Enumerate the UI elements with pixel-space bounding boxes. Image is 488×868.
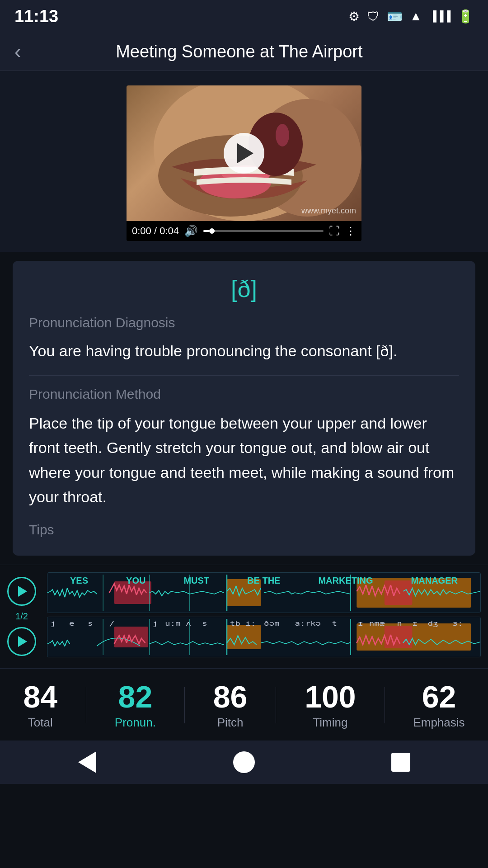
diagnosis-label: Pronunciation Diagnosis	[29, 315, 459, 330]
svg-text:uːm ʌ: uːm ʌ	[165, 619, 191, 627]
svg-text:ɪ: ɪ	[358, 619, 363, 627]
score-total: 84 Total	[23, 681, 57, 730]
waveform-play-icon-1	[18, 586, 27, 597]
svg-text:ðəm: ðəm	[264, 619, 280, 627]
video-player: www.myet.com 0:00 / 0:04 🔊 ⛶ ⋮	[127, 85, 361, 241]
svg-rect-18	[227, 625, 261, 649]
waveform-display: YES YOU MUST BE THE MARKETING MANAGER	[47, 572, 481, 661]
svg-point-6	[276, 124, 289, 146]
score-emphasis[interactable]: 62 Emphasis	[413, 681, 465, 730]
svg-text:n: n	[397, 619, 402, 627]
page-title: Meeting Someone at The Airport	[32, 42, 446, 61]
score-divider-3	[276, 687, 276, 723]
more-options-icon[interactable]: ⋮	[345, 225, 356, 237]
score-timing-label: Timing	[313, 716, 347, 730]
waveform-play-icon-2	[18, 636, 27, 647]
video-progress-bar[interactable]	[203, 230, 324, 232]
divider	[29, 375, 459, 376]
video-progress-fill	[203, 230, 209, 232]
diagnosis-text: You are having trouble pronouncing the c…	[29, 340, 459, 363]
waveform-section: 1/2 YES YOU MUST BE THE MARKETING MANAGE…	[0, 565, 488, 668]
phonetic-symbol: [ð]	[29, 275, 459, 302]
shield-icon: 🛡	[367, 9, 380, 24]
score-pitch[interactable]: 86 Pitch	[213, 681, 248, 730]
word-label-manager: MANAGER	[411, 576, 458, 586]
svg-text:j: j	[51, 619, 56, 627]
nav-recents-button[interactable]	[387, 749, 414, 776]
home-circle-icon	[233, 751, 255, 773]
word-label-you: YOU	[126, 576, 145, 586]
score-divider-1	[86, 687, 86, 723]
method-text: Place the tip of your tongue between you…	[29, 411, 459, 509]
bottom-navigation	[0, 741, 488, 784]
svg-text:dʒ: dʒ	[428, 619, 438, 627]
status-icons: ⚙ 🛡 🪪 ▲ ▐▐▐ 🔋	[348, 9, 474, 24]
score-emphasis-label: Emphasis	[413, 716, 465, 730]
video-thumbnail: www.myet.com	[127, 85, 361, 221]
video-time: 0:00 / 0:04	[132, 225, 179, 237]
tips-label: Tips	[29, 522, 459, 538]
score-divider-4	[385, 687, 385, 723]
score-pronun-value: 82	[118, 681, 153, 712]
waveform-play-button-2[interactable]	[7, 627, 36, 656]
top-navigation: ‹ Meeting Someone at The Airport	[0, 33, 488, 71]
score-bar: 84 Total 82 Pronun. 86 Pitch 100 Timing …	[0, 668, 488, 741]
word-label-yes: YES	[70, 576, 88, 586]
score-pronun-label: Pronun.	[115, 716, 156, 730]
volume-icon[interactable]: 🔊	[184, 225, 198, 237]
svg-text:t: t	[332, 619, 338, 627]
back-arrow-icon	[78, 751, 96, 773]
status-time: 11:13	[14, 7, 58, 26]
score-pitch-value: 86	[213, 681, 248, 712]
svg-text:j: j	[153, 619, 158, 627]
waveform-bottom-svg: j e s / j uːm ʌ s tb iː ðəm aːrkə t ɪ nm…	[47, 617, 480, 657]
watermark: www.myet.com	[301, 206, 356, 216]
score-total-value: 84	[23, 681, 57, 712]
nav-back-button[interactable]	[74, 749, 101, 776]
video-section: www.myet.com 0:00 / 0:04 🔊 ⛶ ⋮	[0, 71, 488, 252]
pronunciation-card: [ð] Pronunciation Diagnosis You are havi…	[13, 261, 475, 556]
word-labels: YES YOU MUST BE THE MARKETING MANAGER	[47, 576, 480, 586]
wifi-icon: ▲	[410, 9, 422, 24]
waveform-top: YES YOU MUST BE THE MARKETING MANAGER	[47, 572, 481, 613]
waveform-play-button-1[interactable]	[7, 577, 36, 606]
word-label-must: MUST	[183, 576, 209, 586]
fullscreen-icon[interactable]: ⛶	[329, 225, 340, 237]
svg-text:s: s	[202, 619, 207, 627]
status-bar: 11:13 ⚙ 🛡 🪪 ▲ ▐▐▐ 🔋	[0, 0, 488, 33]
settings-icon: ⚙	[348, 9, 360, 24]
waveform-bottom: j e s / j uːm ʌ s tb iː ðəm aːrkə t ɪ nm…	[47, 617, 481, 657]
word-label-be-the: BE THE	[247, 576, 280, 586]
recents-square-icon	[391, 753, 410, 772]
svg-text:/: /	[109, 619, 115, 627]
signal-icon: ▐▐▐	[429, 10, 450, 22]
video-controls: 0:00 / 0:04 🔊 ⛶ ⋮	[127, 221, 361, 241]
word-label-marketing: MARKETING	[318, 576, 373, 586]
battery-icon: 🔋	[458, 9, 474, 24]
score-total-label: Total	[28, 716, 53, 730]
method-label: Pronunciation Method	[29, 387, 459, 402]
score-divider-2	[184, 687, 185, 723]
badge-icon: 🪪	[387, 9, 403, 24]
speed-label: 1/2	[7, 611, 36, 622]
video-progress-dot	[209, 228, 215, 234]
svg-rect-19	[357, 623, 471, 651]
svg-text:ɜː: ɜː	[452, 619, 463, 627]
play-button[interactable]	[224, 133, 264, 174]
score-emphasis-value: 62	[422, 681, 456, 712]
score-pronun[interactable]: 82 Pronun.	[115, 681, 156, 730]
svg-text:aːrkə: aːrkə	[295, 619, 321, 627]
waveform-controls: 1/2	[0, 577, 43, 656]
back-button[interactable]: ‹	[14, 42, 21, 61]
svg-text:tb iː: tb iː	[230, 619, 256, 627]
nav-home-button[interactable]	[230, 749, 258, 776]
svg-text:e: e	[69, 619, 75, 627]
score-pitch-label: Pitch	[217, 716, 244, 730]
score-timing-value: 100	[305, 681, 356, 712]
play-icon	[237, 143, 253, 163]
score-timing[interactable]: 100 Timing	[305, 681, 356, 730]
svg-text:s: s	[88, 619, 93, 627]
svg-rect-21	[385, 626, 413, 648]
svg-text:nmæ: nmæ	[369, 619, 385, 627]
svg-text:ɪ: ɪ	[412, 619, 418, 627]
